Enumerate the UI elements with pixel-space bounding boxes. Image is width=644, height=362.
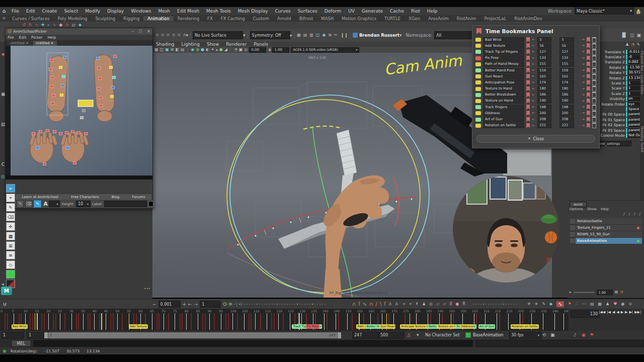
snap-curve-icon[interactable]: ∩ (161, 33, 164, 37)
jump-right-icon[interactable]: ⇢ (581, 124, 585, 128)
dot-icon[interactable]: ● (455, 302, 459, 306)
viewport-icon[interactable]: ● (219, 48, 223, 52)
picker-button[interactable] (77, 131, 80, 134)
bookmark-color-chip[interactable] (475, 56, 481, 60)
decrement-icon[interactable]: − (152, 302, 156, 307)
bookmark-start-field[interactable]: 198 (537, 105, 551, 110)
menu-edit-mesh[interactable]: Edit Mesh (174, 9, 203, 14)
target-icon[interactable]: ⌖ (410, 302, 412, 306)
select-tool-icon[interactable]: ➢ (6, 184, 15, 193)
bookmark-icon[interactable] (526, 37, 530, 42)
bookmark-icon[interactable] (526, 43, 530, 48)
bookmark-color-chip[interactable] (475, 44, 481, 48)
snap-point-icon[interactable]: ∩ (167, 33, 170, 37)
timeline-bookmark-chip[interactable]: Art of Gun (478, 324, 496, 329)
text-tool-label[interactable]: A (44, 201, 48, 207)
bookmark-icon[interactable] (526, 49, 530, 54)
picker-button[interactable] (109, 66, 113, 69)
timeline-bookmark-chip[interactable]: Rotation on Settle (511, 324, 539, 329)
jump-left-icon[interactable]: ⇠ (532, 87, 535, 91)
viewport-icon[interactable]: ▣ (165, 48, 169, 52)
anim-layer-row[interactable]: BDWN_53_90_Gun (570, 231, 642, 238)
current-frame-field[interactable]: 130 (571, 310, 600, 318)
shelf-tab-xgen[interactable]: XGen (405, 16, 424, 21)
uv-icon[interactable]: ✂ (334, 33, 338, 37)
menu-windows[interactable]: Windows (127, 9, 154, 14)
bookmark-icon[interactable] (526, 93, 530, 98)
curve-icon[interactable]: ↻ (29, 23, 32, 27)
picker-link-free-characters[interactable]: Free Characters (71, 195, 99, 199)
picker-titlebar[interactable]: ☺ AnimSchoolPicker – ▢ ✕ (6, 28, 152, 35)
channel-attribute-value[interactable]: Space (626, 107, 641, 112)
snap-grid-icon[interactable]: ∩ (155, 33, 158, 37)
viewport-icon[interactable]: ▴ (216, 48, 218, 52)
character-icon[interactable]: ♟ (606, 302, 609, 306)
dash-icon[interactable]: — (582, 302, 586, 306)
folder-icon[interactable]: ▱ (443, 302, 446, 306)
bookmark-start-field[interactable]: 180 (537, 86, 551, 92)
picker-button[interactable] (112, 76, 116, 79)
bookmark-end-field[interactable]: 180 (559, 86, 574, 92)
jump-right-icon[interactable]: ⇢ (581, 50, 585, 54)
layer-checkbox[interactable] (465, 332, 471, 338)
trash-icon[interactable] (592, 68, 596, 73)
bookmark-end-field[interactable]: 5 (559, 37, 574, 43)
chevron-down-icon[interactable]: ▾ (243, 33, 246, 38)
menu-curves[interactable]: Curves (272, 9, 294, 14)
channel-attribute-value[interactable]: 0.002 (626, 60, 641, 64)
bookmark-color-chip[interactable] (475, 99, 481, 103)
bookmark-end-field[interactable]: 190 (559, 98, 574, 104)
channel-attribute-value[interactable]: -11.507 (626, 65, 641, 70)
loop-icon[interactable]: ⟲ (542, 333, 546, 337)
picker-button[interactable] (59, 66, 62, 69)
trash-icon[interactable] (592, 55, 596, 61)
picker-button[interactable] (53, 130, 56, 133)
jump-left-icon[interactable]: ⇠ (532, 68, 535, 72)
buffer-swap-icon[interactable]: ≛ (394, 302, 398, 307)
trash-icon[interactable] (592, 105, 596, 110)
circle-icon[interactable]: ● (621, 302, 624, 306)
colorspace-dropdown[interactable]: ACES 1.0 SDR-video (sRGB)▾ (291, 47, 359, 53)
shelf-tab-custom[interactable]: Custom (249, 16, 274, 21)
range-handle-left[interactable] (44, 332, 48, 338)
graph-editor-icon[interactable]: ∿ (556, 301, 564, 307)
maximize-icon[interactable]: ▢ (139, 30, 142, 34)
bookmark-icon[interactable] (526, 111, 530, 116)
picker-button[interactable] (96, 57, 100, 60)
key-next-icon[interactable]: ⇢ (194, 302, 198, 307)
channel-attribute-value[interactable]: parent (626, 118, 641, 122)
anim-start-field[interactable]: 1 (1, 332, 24, 339)
viewport-icon[interactable]: ✦ (211, 48, 214, 52)
channel-attribute-value[interactable]: -0.011 (626, 50, 641, 54)
color-swatch[interactable] (148, 201, 153, 207)
align-tool-icon[interactable]: ≡ (6, 251, 15, 259)
menu-display[interactable]: Display (104, 9, 127, 14)
bookmark-end-field[interactable]: 174 (559, 80, 574, 85)
picker-menu-edit[interactable]: Edit (19, 35, 27, 40)
live-surface-field[interactable]: No Live Surface (193, 31, 243, 39)
pencil-icon[interactable]: ✎ (636, 43, 640, 47)
chevron-down-icon[interactable]: ▾ (399, 33, 402, 38)
move-tool-icon[interactable]: ✛ (6, 222, 15, 231)
paw-icon[interactable]: ∴ (576, 302, 578, 306)
heart-icon[interactable]: ♥ (613, 302, 617, 306)
key-layer-icon[interactable]: ▤ (615, 291, 618, 294)
bookmark-icon[interactable] (587, 86, 590, 92)
shelf-tab-projectlal[interactable]: ProjectLaL (480, 16, 510, 21)
diamond-icon[interactable]: ◆ (549, 302, 552, 306)
viewport-icon[interactable]: ◉ (191, 48, 194, 52)
play-forwards-button[interactable]: ▶ (621, 310, 623, 314)
viewport-icon[interactable]: ● (201, 48, 204, 52)
range-handle-right[interactable] (337, 332, 341, 338)
retime-icon[interactable]: R (462, 302, 465, 306)
jump-left-icon[interactable]: ⇠ (532, 80, 535, 84)
move-keys-icon[interactable]: ✛ (527, 302, 531, 306)
command-input[interactable] (33, 340, 473, 347)
shelf-tab-riotanim[interactable]: RiotAnim (453, 16, 480, 21)
bookmark-start-field[interactable]: 127 (537, 49, 551, 55)
selected-picker-button[interactable] (78, 100, 93, 107)
ik-pose-icon[interactable]: ♟ (625, 43, 629, 47)
frame-step-field[interactable]: 1 (200, 301, 221, 308)
picker-button[interactable] (113, 55, 117, 58)
picker-canvas[interactable] (6, 46, 152, 175)
